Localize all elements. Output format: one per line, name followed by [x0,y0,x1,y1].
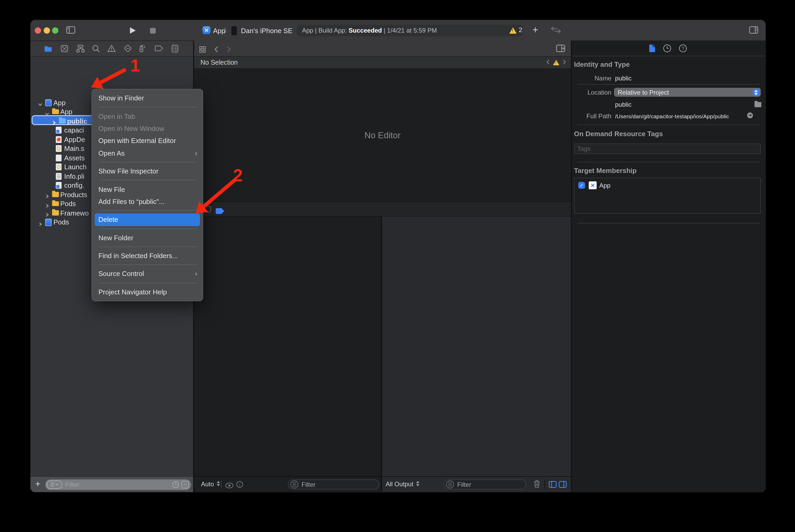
related-items-grid-icon[interactable] [199,45,206,55]
issues-navigator-tab-icon[interactable] [107,44,116,53]
warning-count[interactable]: 2 [519,26,522,33]
console-view[interactable] [382,216,571,476]
menu-item-label: New File [98,185,125,193]
trash-icon[interactable] [534,480,540,490]
menu-item-new-folder[interactable]: New Folder [92,232,202,244]
next-issue-icon[interactable] [562,59,566,66]
folder-icon [52,109,59,114]
target-name: App [599,182,611,189]
file-inspector-tab-icon[interactable] [648,44,656,53]
menu-item-find-in-selected-folders[interactable]: Find in Selected Folders... [92,250,202,262]
menu-item-label: Find in Selected Folders... [98,252,178,260]
target-checkbox[interactable]: ✓ [578,182,585,189]
info-icon[interactable]: i [236,480,243,490]
toggle-inspector-icon[interactable] [749,26,758,36]
folder-icon [52,201,59,206]
quick-help-tab-icon[interactable]: ? [679,44,687,53]
name-value[interactable]: public [615,75,632,82]
project-navigator-tab-icon[interactable] [44,44,52,53]
menu-item-open-with-external-editor[interactable]: Open with External Editor [92,135,202,147]
menu-item-show-in-finder[interactable]: Show in Finder [92,92,202,104]
menu-item-project-navigator-help[interactable]: Project Navigator Help [92,286,202,298]
menu-item-new-file[interactable]: New File [92,183,202,195]
scheme-name[interactable]: App [213,26,225,34]
show-variables-toggle-icon[interactable] [549,480,557,490]
menu-item-show-file-inspector[interactable]: Show File Inspector [92,165,202,177]
breakpoints-enabled-icon[interactable] [216,207,225,216]
menu-item-source-control[interactable]: Source Control› [92,268,202,280]
prev-issue-icon[interactable] [546,59,550,66]
disclosure-right-icon[interactable] [38,220,42,228]
history-inspector-tab-icon[interactable] [663,44,671,53]
console-filter-input[interactable]: Filter [444,479,526,489]
navigator-tab-bar [31,40,193,56]
divider [545,479,545,489]
divider [577,125,760,125]
menu-separator [92,104,202,110]
hide-debug-area-icon[interactable] [205,206,211,212]
jump-bar[interactable]: No Selection [194,57,571,69]
reports-navigator-tab-icon[interactable] [171,44,179,53]
recent-files-icon[interactable] [172,481,179,490]
navigator-filter-input[interactable]: Filter +- [45,479,191,490]
jumpbar-warning-icon[interactable] [553,60,559,65]
filter-funnel-icon[interactable] [47,480,62,489]
run-destination[interactable]: Dan's iPhone SE [241,26,292,34]
location-select[interactable]: Relative to Project [614,88,761,97]
inspector-splitter[interactable] [571,40,572,492]
svg-text:?: ? [682,46,685,51]
variables-filter-input[interactable]: Filter [288,479,379,489]
divider [221,480,221,488]
add-editor-icon[interactable] [556,45,565,54]
tests-navigator-tab-icon[interactable] [123,44,132,53]
debug-pane-splitter[interactable] [381,216,382,492]
menu-separator [92,208,202,213]
editor-area: No Selection No Editor Auto [194,40,571,492]
breakpoints-navigator-tab-icon[interactable] [155,44,163,53]
show-console-toggle-icon[interactable] [559,480,567,490]
menu-item-add-files-to-public[interactable]: Add Files to “public”... [92,195,202,208]
menu-item-delete[interactable]: Delete [95,213,200,226]
menu-item-label: Open As [98,149,125,157]
symbols-navigator-tab-icon[interactable] [76,44,85,53]
menu-separator [92,280,202,286]
jump-bar-text: No Selection [200,59,238,66]
no-editor-placeholder: No Editor [194,70,571,201]
code-review-icon[interactable] [550,26,561,36]
zoom-button[interactable] [52,27,58,33]
library-plus-button[interactable]: + [532,24,538,36]
menu-item-open-as[interactable]: Open As› [92,147,202,159]
eye-icon[interactable] [225,481,234,491]
variables-scope-select[interactable]: Auto [201,480,220,488]
tree-item-label: Pods [53,218,69,226]
source-control-navigator-tab-icon[interactable] [60,44,68,53]
stop-button[interactable] [150,27,156,33]
minimize-button[interactable] [43,27,50,33]
menu-separator [92,262,202,268]
tags-input[interactable]: Tags [574,144,761,154]
source-control-filter-icon[interactable]: +- [182,481,189,488]
debug-navigator-tab-icon[interactable] [138,44,146,53]
desktop: ⨯ App 〉 Dan's iPhone SE App | Build App:… [0,0,795,532]
variables-view[interactable] [194,216,381,476]
blue-folder-icon [59,118,66,123]
console-scope-select[interactable]: All Output [386,480,419,488]
close-button[interactable] [35,27,41,33]
open-path-arrow-icon[interactable]: ➔ [747,113,753,118]
activity-status[interactable]: App | Build App: Succeeded | 1/4/21 at 5… [297,24,523,36]
console-filter-placeholder: Filter [457,481,471,488]
debug-bar [194,201,571,216]
warning-icon[interactable] [509,27,517,33]
toggle-navigator-icon[interactable] [66,26,75,36]
choose-folder-icon[interactable] [755,102,761,107]
tree-item-label: Pods [60,200,76,208]
target-membership-box: ✓ ⨯ App [574,178,761,213]
variables-bar: Auto i Filter [194,477,381,492]
add-file-button[interactable]: + [35,479,40,489]
search-navigator-tab-icon[interactable] [92,44,100,53]
tree-item-label: Main.s [64,145,85,152]
forward-chevron-icon[interactable] [227,45,231,55]
tree-item-label: Products [60,191,87,198]
back-chevron-icon[interactable] [214,45,218,55]
run-button[interactable] [130,27,136,34]
